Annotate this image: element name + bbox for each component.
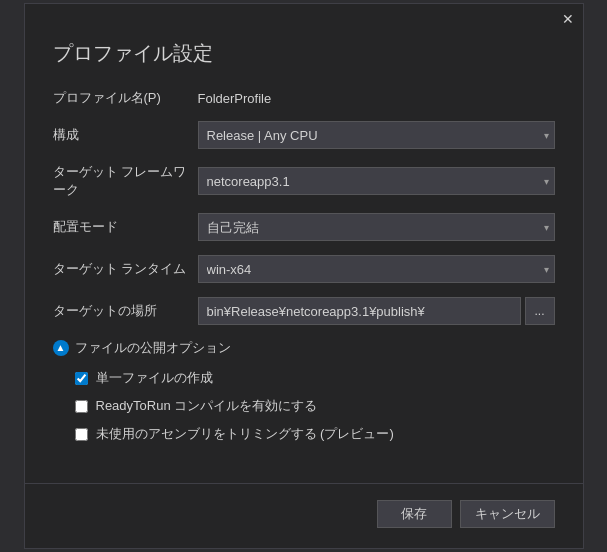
ready-to-run-checkbox[interactable] <box>75 400 88 413</box>
profile-name-row: プロファイル名(P) FolderProfile <box>53 89 555 107</box>
cancel-button[interactable]: キャンセル <box>460 500 555 528</box>
titlebar: ✕ <box>25 4 583 30</box>
framework-row: ターゲット フレームワーク netcoreapp3.1 ▾ <box>53 163 555 199</box>
config-label: 構成 <box>53 126 198 144</box>
profile-name-label: プロファイル名(P) <box>53 89 198 107</box>
section-title: ファイルの公開オプション <box>75 339 231 357</box>
deploy-mode-row: 配置モード 自己完結 フレームワーク依存 ▾ <box>53 213 555 241</box>
runtime-row: ターゲット ランタイム win-x64 win-x86 linux-x64 ▾ <box>53 255 555 283</box>
config-select[interactable]: Release | Any CPU Debug | Any CPU <box>198 121 555 149</box>
dialog-title: プロファイル設定 <box>53 40 555 67</box>
checkbox-row-single-file: 単一ファイルの作成 <box>53 369 555 387</box>
deploy-mode-label: 配置モード <box>53 218 198 236</box>
profile-name-value: FolderProfile <box>198 91 555 106</box>
runtime-select-wrapper: win-x64 win-x86 linux-x64 ▾ <box>198 255 555 283</box>
ready-to-run-label[interactable]: ReadyToRun コンパイルを有効にする <box>96 397 318 415</box>
runtime-select[interactable]: win-x64 win-x86 linux-x64 <box>198 255 555 283</box>
section-expand-icon: ▲ <box>53 340 69 356</box>
overlay: ✕ プロファイル設定 プロファイル名(P) FolderProfile 構成 R… <box>0 0 607 552</box>
config-row: 構成 Release | Any CPU Debug | Any CPU ▾ <box>53 121 555 149</box>
checkbox-row-trim-unused: 未使用のアセンブリをトリミングする (プレビュー) <box>53 425 555 443</box>
trim-unused-label[interactable]: 未使用のアセンブリをトリミングする (プレビュー) <box>96 425 394 443</box>
browse-button[interactable]: ... <box>525 297 555 325</box>
framework-select[interactable]: netcoreapp3.1 <box>198 167 555 195</box>
framework-select-wrapper: netcoreapp3.1 ▾ <box>198 167 555 195</box>
framework-label: ターゲット フレームワーク <box>53 163 198 199</box>
config-select-wrapper: Release | Any CPU Debug | Any CPU ▾ <box>198 121 555 149</box>
close-button[interactable]: ✕ <box>557 8 579 30</box>
dialog-footer: 保存 キャンセル <box>25 483 583 548</box>
single-file-label[interactable]: 単一ファイルの作成 <box>96 369 213 387</box>
dialog-content: プロファイル設定 プロファイル名(P) FolderProfile 構成 Rel… <box>25 30 583 473</box>
target-location-input[interactable] <box>198 297 521 325</box>
target-location-row: ターゲットの場所 ... <box>53 297 555 325</box>
save-button[interactable]: 保存 <box>377 500 452 528</box>
deploy-mode-select[interactable]: 自己完結 フレームワーク依存 <box>198 213 555 241</box>
target-location-label: ターゲットの場所 <box>53 302 198 320</box>
section-header[interactable]: ▲ ファイルの公開オプション <box>53 339 555 357</box>
single-file-checkbox[interactable] <box>75 372 88 385</box>
dialog: ✕ プロファイル設定 プロファイル名(P) FolderProfile 構成 R… <box>24 3 584 549</box>
deploy-mode-select-wrapper: 自己完結 フレームワーク依存 ▾ <box>198 213 555 241</box>
checkbox-row-ready-to-run: ReadyToRun コンパイルを有効にする <box>53 397 555 415</box>
trim-unused-checkbox[interactable] <box>75 428 88 441</box>
runtime-label: ターゲット ランタイム <box>53 260 198 278</box>
target-location-input-wrapper: ... <box>198 297 555 325</box>
